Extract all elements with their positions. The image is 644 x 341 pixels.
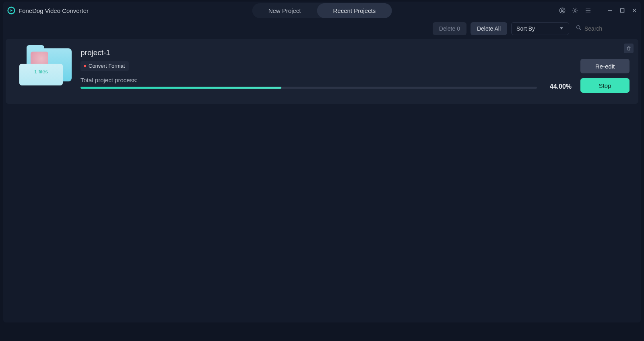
tab-recent-projects[interactable]: Recent Projects [317, 3, 392, 18]
progress-percent: 44.00% [543, 83, 572, 90]
sort-by-dropdown[interactable]: Sort By [511, 22, 569, 35]
svg-point-13 [577, 26, 580, 29]
titlebar-right [558, 2, 638, 19]
minimize-button[interactable] [606, 6, 614, 15]
tabs: New Project Recent Projects [252, 3, 392, 18]
project-actions: Re-edit Stop [580, 59, 630, 93]
progress-bar [80, 87, 537, 89]
delete-all-button[interactable]: Delete All [471, 22, 507, 35]
svg-marker-1 [10, 9, 12, 12]
project-info: project-1 Convert Format Total project p… [80, 48, 572, 93]
search-box[interactable] [573, 22, 635, 35]
sort-by-label: Sort By [516, 25, 535, 32]
settings-gear-icon[interactable] [571, 6, 580, 15]
delete-project-button[interactable] [624, 44, 634, 53]
project-status-label: Convert Format [89, 63, 125, 69]
search-icon [576, 25, 582, 33]
search-input[interactable] [584, 25, 633, 32]
tab-new-project[interactable]: New Project [252, 3, 317, 18]
account-icon[interactable] [558, 6, 567, 15]
app-logo-icon [7, 6, 15, 15]
app-brand: FoneDog Video Converter [7, 6, 89, 15]
progress-fill [80, 87, 281, 89]
project-status-badge: Convert Format [80, 61, 129, 71]
app-window: FoneDog Video Converter New Project Rece… [3, 2, 641, 322]
delete-n-button[interactable]: Delete 0 [433, 22, 466, 35]
reedit-button[interactable]: Re-edit [580, 59, 630, 73]
content-area: 1 files project-1 Convert Format Total p… [3, 38, 641, 322]
close-button[interactable] [630, 6, 638, 15]
titlebar: FoneDog Video Converter New Project Rece… [3, 2, 641, 19]
svg-point-4 [574, 10, 576, 12]
stop-button[interactable]: Stop [580, 78, 630, 93]
project-title: project-1 [80, 48, 572, 57]
progress-label: Total project process: [80, 77, 537, 83]
chevron-down-icon [559, 25, 564, 32]
svg-line-14 [580, 29, 581, 30]
project-thumbnail: 1 files [19, 48, 72, 87]
menu-icon[interactable] [584, 6, 592, 15]
svg-rect-9 [621, 9, 624, 12]
project-card: 1 files project-1 Convert Format Total p… [6, 39, 638, 104]
status-dot-icon [84, 65, 86, 67]
svg-marker-12 [560, 27, 563, 29]
svg-point-3 [561, 9, 564, 11]
toolbar: Delete 0 Delete All Sort By [3, 19, 641, 38]
maximize-button[interactable] [618, 6, 626, 15]
app-title: FoneDog Video Converter [19, 7, 89, 14]
project-file-count: 1 files [19, 64, 63, 85]
